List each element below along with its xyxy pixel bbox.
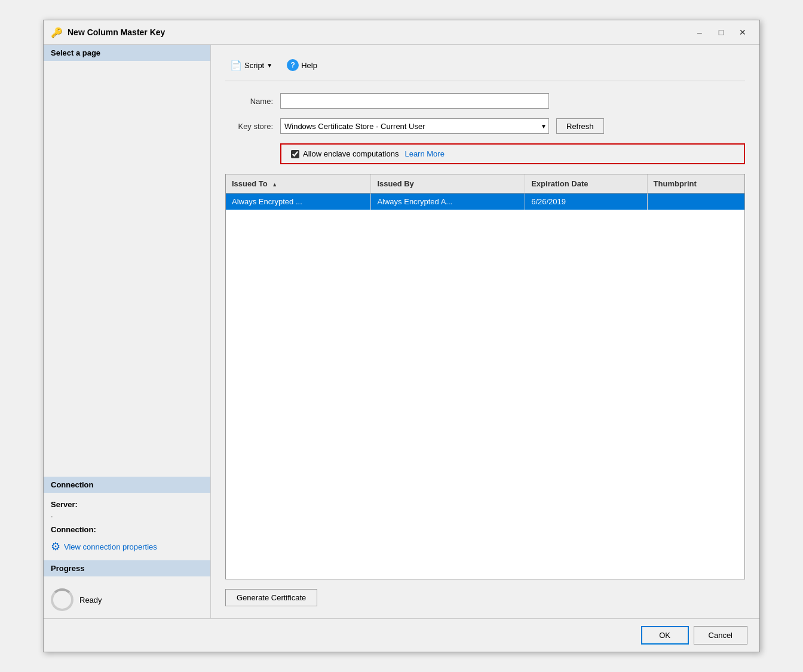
script-label: Script: [244, 61, 264, 70]
enclave-checkbox-area: Allow enclave computations: [291, 149, 399, 158]
name-label: Name:: [225, 97, 273, 106]
window-title: New Column Master Key: [68, 27, 165, 37]
sidebar: Select a page Connection Server: . Conne…: [44, 45, 211, 618]
table-row[interactable]: Always Encrypted ... Always Encrypted A.…: [226, 194, 744, 210]
keystore-select-wrapper: Windows Certificate Store - Current User…: [280, 118, 549, 134]
view-connection-link[interactable]: ⚙ View connection properties: [51, 540, 203, 553]
col-expiration-date[interactable]: Expiration Date: [525, 174, 647, 194]
progress-header: Progress: [44, 560, 210, 576]
server-label: Server:: [51, 500, 203, 509]
cancel-button[interactable]: Cancel: [694, 626, 747, 645]
cell-expiration-date: 6/26/2019: [525, 194, 647, 210]
toolbar: 📄 Script ▼ ? Help: [225, 57, 745, 81]
progress-status-row: Ready: [51, 588, 203, 611]
keystore-row: Key store: Windows Certificate Store - C…: [225, 118, 745, 134]
name-row: Name:: [225, 93, 745, 109]
generate-cert-row: Generate Certificate: [225, 589, 745, 606]
col-expiration-label: Expiration Date: [531, 179, 588, 188]
progress-section: Progress Ready: [44, 560, 210, 618]
connection-section: Connection Server: . Connection: ⚙ View …: [44, 477, 210, 560]
refresh-button[interactable]: Refresh: [556, 118, 604, 134]
title-bar-controls: – □ ✕: [690, 25, 752, 39]
connection-content: Server: . Connection: ⚙ View connection …: [44, 493, 210, 560]
connection-icon: ⚙: [51, 540, 60, 553]
server-value: .: [51, 510, 203, 519]
col-issued-to[interactable]: Issued To ▲: [226, 174, 371, 194]
progress-content: Ready: [44, 576, 210, 618]
script-button[interactable]: 📄 Script ▼: [225, 57, 277, 73]
table-header-row: Issued To ▲ Issued By Expiration Date Th…: [226, 174, 744, 194]
generate-certificate-button[interactable]: Generate Certificate: [225, 589, 317, 606]
title-bar: 🔑 New Column Master Key – □ ✕: [44, 20, 759, 45]
enclave-box: Allow enclave computations Learn More: [280, 143, 745, 164]
name-input[interactable]: [280, 93, 549, 109]
progress-spinner: [51, 588, 73, 611]
maximize-button[interactable]: □: [712, 25, 731, 39]
footer: OK Cancel: [44, 618, 759, 652]
script-icon: 📄: [230, 60, 242, 71]
content-area: 📄 Script ▼ ? Help Name: Key store:: [211, 45, 759, 618]
window-icon: 🔑: [51, 27, 63, 38]
sort-asc-icon: ▲: [272, 182, 277, 188]
title-bar-left: 🔑 New Column Master Key: [51, 27, 165, 38]
cert-table: Issued To ▲ Issued By Expiration Date Th…: [226, 174, 744, 210]
close-button[interactable]: ✕: [733, 25, 752, 39]
col-thumbprint[interactable]: Thumbprint: [647, 174, 744, 194]
enclave-checkbox[interactable]: [291, 150, 299, 158]
col-thumbprint-label: Thumbprint: [654, 179, 697, 188]
cell-issued-to: Always Encrypted ...: [226, 194, 371, 210]
col-issued-to-label: Issued To: [232, 179, 268, 188]
connection-label: Connection:: [51, 525, 203, 534]
ok-button[interactable]: OK: [641, 626, 689, 645]
minimize-button[interactable]: –: [690, 25, 709, 39]
keystore-select[interactable]: Windows Certificate Store - Current User: [280, 118, 549, 134]
cert-table-wrapper: Issued To ▲ Issued By Expiration Date Th…: [225, 174, 745, 579]
progress-status-text: Ready: [79, 596, 102, 605]
help-icon: ?: [287, 59, 299, 71]
cell-thumbprint: [647, 194, 744, 210]
help-button[interactable]: ? Help: [282, 57, 322, 73]
cell-issued-by: Always Encrypted A...: [371, 194, 525, 210]
main-content: Select a page Connection Server: . Conne…: [44, 45, 759, 618]
enclave-label: Allow enclave computations: [303, 149, 399, 158]
main-window: 🔑 New Column Master Key – □ ✕ Select a p…: [43, 20, 760, 652]
script-dropdown-arrow: ▼: [266, 62, 272, 69]
keystore-label: Key store:: [225, 122, 273, 131]
connection-header: Connection: [44, 477, 210, 493]
help-label: Help: [301, 61, 317, 70]
sidebar-pages-content: [44, 61, 210, 276]
select-page-header: Select a page: [44, 45, 210, 61]
col-issued-by[interactable]: Issued By: [371, 174, 525, 194]
learn-more-link[interactable]: Learn More: [404, 149, 444, 158]
view-connection-text: View connection properties: [64, 542, 157, 551]
col-issued-by-label: Issued By: [377, 179, 413, 188]
